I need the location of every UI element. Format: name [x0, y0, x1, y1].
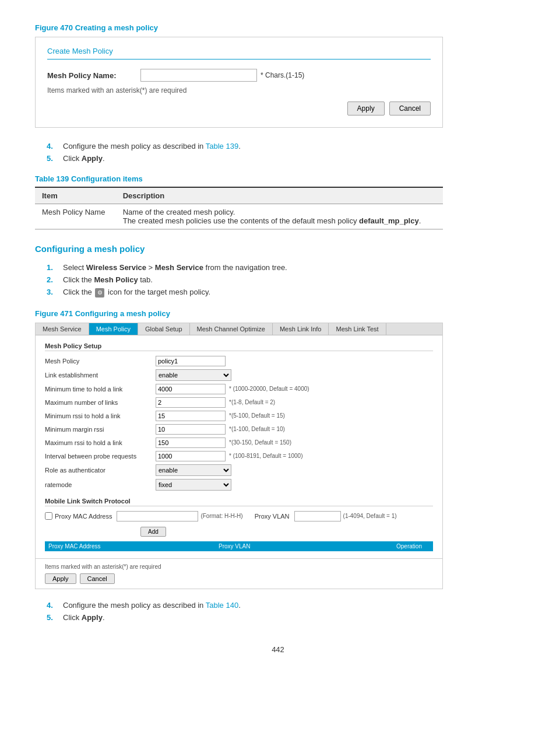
field-min-margin-rssi: Minimum margin rssi *(1-100, Default = 1…	[45, 424, 433, 435]
add-button[interactable]: Add	[140, 527, 166, 537]
configuring-steps: 1. Select Wireless Service > Mesh Servic…	[47, 263, 521, 298]
input-max-links[interactable]	[156, 397, 226, 408]
configuring-section: Configuring a mesh policy 1. Select Wire…	[35, 244, 521, 622]
input-mesh-policy[interactable]	[156, 356, 226, 366]
input-interval-probe[interactable]	[156, 451, 226, 461]
hint-min-rssi-hold: *(5-100, Default = 15)	[229, 412, 285, 419]
label-link-establishment: Link establishment	[45, 372, 156, 379]
label-min-margin-rssi: Minimum margin rssi	[45, 426, 156, 433]
steps-after-470: 4. Configure the mesh policy as describe…	[47, 142, 521, 163]
tab-bar-471: Mesh Service Mesh Policy Global Setup Me…	[36, 323, 442, 335]
hint-max-links: *(1-8, Default = 2)	[229, 399, 275, 405]
tab-mesh-service[interactable]: Mesh Service	[36, 323, 89, 335]
field-min-rssi-hold: Minimum rssi to hold a link *(5-100, Def…	[45, 411, 433, 421]
select-ratemode[interactable]: fixed auto	[156, 479, 231, 491]
table-140-link[interactable]: Table 140	[206, 601, 238, 610]
btn-row-471: Apply Cancel	[45, 573, 433, 584]
proxy-mac-checkbox[interactable]	[45, 512, 52, 520]
select-role-auth[interactable]: enable disable	[156, 464, 231, 476]
figure-470-section: Figure 470 Creating a mesh policy Create…	[35, 23, 521, 128]
field-link-establishment: Link establishment enable disable	[45, 369, 433, 381]
step-2-config: 2. Click the Mesh Policy tab.	[47, 275, 521, 284]
required-note-470: Items marked with an asterisk(*) are req…	[47, 86, 431, 94]
input-min-rssi-hold[interactable]	[156, 411, 226, 421]
field-interval-probe: Interval between probe requests * (100-8…	[45, 451, 433, 461]
step-5-470: 5. Click Apply.	[47, 154, 521, 163]
tab-mesh-link-info[interactable]: Mesh Link Info	[273, 323, 329, 335]
tab-global-setup[interactable]: Global Setup	[138, 323, 190, 335]
tab-mesh-link-test[interactable]: Mesh Link Test	[329, 323, 386, 335]
format-hint: (Format: H-H-H)	[200, 513, 242, 519]
input-min-time[interactable]	[156, 384, 226, 394]
proxy-vlan-input[interactable]	[294, 511, 341, 522]
figure-471-title: Figure 471 Configuring a mesh policy	[35, 309, 521, 318]
tab-mesh-channel-optimize[interactable]: Mesh Channel Optimize	[190, 323, 273, 335]
desc-cell: Name of the created mesh policy. The cre…	[116, 204, 443, 230]
figure-470-title: Figure 470 Creating a mesh policy	[35, 23, 521, 32]
label-interval-probe: Interval between probe requests	[45, 453, 156, 460]
proxy-mac-row: Proxy MAC Address (Format: H-H-H) Proxy …	[45, 511, 433, 522]
hint-min-time: * (1000-20000, Default = 4000)	[229, 386, 309, 392]
mesh-policy-name-input[interactable]	[140, 69, 257, 82]
config-table-139: Item Description Mesh Policy Name Name o…	[35, 187, 443, 230]
proxy-mac-col-header: Proxy MAC Address	[48, 543, 219, 550]
proxy-vlan-label: Proxy VLAN	[255, 513, 290, 520]
operation-col-header: Operation	[389, 543, 430, 550]
table-139-title: Table 139 Configuration items	[35, 174, 521, 183]
hint-interval-probe: * (100-8191, Default = 1000)	[229, 453, 302, 459]
proxy-table-header: Proxy MAC Address Proxy VLAN Operation	[45, 541, 433, 551]
hint-max-rssi-hold: *(30-150, Default = 150)	[229, 439, 291, 446]
desc-line-2: The created mesh policies use the conten…	[123, 216, 436, 225]
cancel-button-470[interactable]: Cancel	[389, 102, 431, 116]
step-4-471: 4. Configure the mesh policy as describe…	[47, 601, 521, 610]
item-cell: Mesh Policy Name	[35, 204, 116, 230]
field-max-links: Maximum number of links *(1-8, Default =…	[45, 397, 433, 408]
step-5-471: 5. Click Apply.	[47, 613, 521, 622]
table-139-link[interactable]: Table 139	[206, 142, 238, 150]
desc-line-1: Name of the created mesh policy.	[123, 208, 436, 216]
button-row-470: Apply Cancel	[47, 102, 431, 116]
input-min-margin-rssi[interactable]	[156, 424, 226, 435]
label-ratemode: ratemode	[45, 481, 156, 488]
mesh-policy-name-row: Mesh Policy Name: * Chars.(1-15)	[47, 69, 431, 82]
field-role-auth: Role as authenticator enable disable	[45, 464, 433, 476]
figure-471-panel: Mesh Service Mesh Policy Global Setup Me…	[35, 323, 443, 589]
input-max-rssi-hold[interactable]	[156, 438, 226, 448]
add-button-row: Add	[138, 524, 433, 537]
field-max-rssi-hold: Maximum rssi to hold a link *(30-150, De…	[45, 438, 433, 448]
mesh-policy-name-label: Mesh Policy Name:	[47, 71, 140, 80]
page-number: 442	[35, 645, 521, 654]
panel-body-471: Mesh Policy Setup Mesh Policy Link estab…	[36, 335, 442, 558]
label-mesh-policy: Mesh Policy	[45, 358, 156, 365]
field-ratemode: ratemode fixed auto	[45, 479, 433, 491]
required-note-471: Items marked with an asterisk(*) are req…	[45, 564, 433, 570]
mlsp-section: Mobile Link Switch Protocol Proxy MAC Ad…	[45, 498, 433, 551]
apply-button-470[interactable]: Apply	[347, 102, 385, 116]
mesh-policy-setup-title: Mesh Policy Setup	[45, 342, 433, 351]
mlsp-title: Mobile Link Switch Protocol	[45, 498, 433, 506]
cancel-button-471[interactable]: Cancel	[80, 573, 115, 584]
step-3-config: 3. Click the ⚙ icon for the target mesh …	[47, 288, 521, 298]
label-max-rssi-hold: Maximum rssi to hold a link	[45, 439, 156, 446]
section-title-configuring: Configuring a mesh policy	[35, 244, 521, 254]
tab-mesh-policy[interactable]: Mesh Policy	[89, 323, 138, 335]
field-mesh-policy: Mesh Policy	[45, 356, 433, 366]
label-min-time: Minimum time to hold a link	[45, 386, 156, 393]
table-139-section: Table 139 Configuration items Item Descr…	[35, 174, 521, 230]
proxy-mac-checkbox-label[interactable]: Proxy MAC Address	[45, 512, 112, 520]
select-link-establishment[interactable]: enable disable	[156, 369, 231, 381]
proxy-vlan-col-header: Proxy VLAN	[219, 543, 389, 550]
configure-icon: ⚙	[95, 288, 104, 298]
table-row-mesh-policy: Mesh Policy Name Name of the created mes…	[35, 204, 443, 230]
create-mesh-panel: Create Mesh Policy Mesh Policy Name: * C…	[35, 37, 443, 128]
proxy-mac-input[interactable]	[117, 511, 198, 522]
label-max-links: Maximum number of links	[45, 399, 156, 406]
proxy-mac-label: Proxy MAC Address	[55, 513, 112, 520]
col-item: Item	[35, 187, 116, 204]
apply-button-471[interactable]: Apply	[45, 573, 76, 584]
create-mesh-panel-title: Create Mesh Policy	[47, 47, 431, 60]
col-description: Description	[116, 187, 443, 204]
step-4-470: 4. Configure the mesh policy as describe…	[47, 142, 521, 150]
table-header-row: Item Description	[35, 187, 443, 204]
steps-after-471: 4. Configure the mesh policy as describe…	[47, 601, 521, 622]
